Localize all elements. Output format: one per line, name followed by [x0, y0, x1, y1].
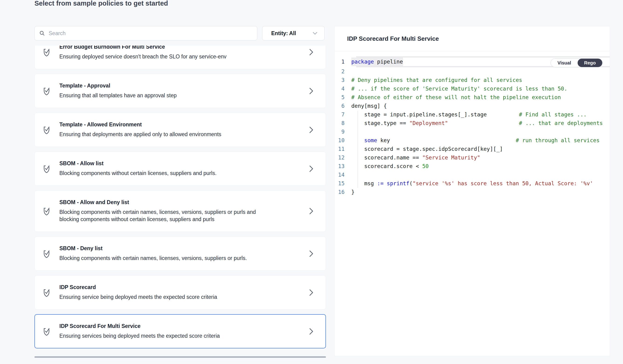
horizontal-scrollbar[interactable] — [34, 356, 326, 358]
line-number: 2 — [334, 67, 351, 76]
chevron-right-icon[interactable] — [309, 126, 313, 133]
policy-description: Ensuring services being deployed meets t… — [59, 332, 264, 340]
policy-description: Blocking components with certain names, … — [59, 209, 264, 223]
policy-description: Blocking components without certain lice… — [59, 170, 264, 177]
policy-card[interactable]: Template - Allowed Environment Ensuring … — [34, 113, 326, 147]
code-line: 6 deny[msg] { — [334, 102, 610, 110]
chevron-down-icon — [313, 32, 317, 35]
policy-shield-icon — [43, 288, 50, 297]
chevron-right-icon[interactable] — [309, 250, 313, 257]
code-line: 3 # Deny pipelines that are configured f… — [334, 76, 610, 85]
line-number: 6 — [334, 102, 351, 110]
line-number: 15 — [334, 179, 351, 188]
line-number: 10 — [334, 136, 351, 145]
policy-shield-icon — [43, 125, 50, 134]
policy-shield-icon — [43, 86, 50, 96]
line-number: 8 — [334, 119, 351, 128]
code-line: 8 stage.type == "Deployment" # ... that … — [334, 119, 610, 128]
policy-shield-icon — [43, 249, 50, 258]
policy-title: SBOM - Allow list — [59, 160, 304, 167]
search-icon — [39, 30, 45, 36]
code-line: 16 } — [334, 188, 610, 196]
search-box[interactable] — [34, 26, 257, 41]
code-line: 9 — [334, 128, 610, 136]
code-line: 15 msg := sprintf("service '%s' has scor… — [334, 179, 610, 188]
policy-shield-icon — [43, 47, 50, 57]
policy-description: Ensuring that all templates have an appr… — [59, 92, 264, 99]
policy-description: Ensuring deployed service doesn't breach… — [59, 53, 264, 60]
code-editor[interactable]: 1 package pipeline 2 3 # Deny pipelines … — [334, 51, 610, 356]
line-number: 14 — [334, 171, 351, 179]
policy-title: Error Budget Burndown For Multi Service — [59, 46, 304, 50]
policy-title: SBOM - Allow and Deny list — [59, 199, 304, 206]
policy-title: IDP Scorecard — [59, 284, 304, 290]
policy-card[interactable]: Error Budget Burndown For Multi Service … — [34, 46, 326, 69]
entity-filter-label: Entity: All — [271, 30, 296, 37]
policy-shield-icon — [43, 327, 50, 336]
code-line: 10 some key # run through all services — [334, 136, 610, 145]
chevron-right-icon[interactable] — [309, 328, 313, 335]
policy-title: IDP Scorecard For Multi Service — [59, 323, 304, 329]
line-number: 5 — [334, 93, 351, 102]
chevron-right-icon[interactable] — [309, 208, 313, 214]
code-line: 14 — [334, 171, 610, 179]
policy-card-selected[interactable]: IDP Scorecard For Multi Service Ensuring… — [34, 314, 326, 348]
code-line: 4 # ... if the score of 'Service Maturit… — [334, 85, 610, 93]
policy-title: Template - Allowed Environment — [59, 122, 304, 128]
indent-guide — [357, 111, 358, 188]
code-line: 11 scorecard = stage.spec.idpScorecard[k… — [334, 145, 610, 153]
policy-description: Blocking components with certain names, … — [59, 255, 264, 262]
line-number: 4 — [334, 85, 351, 93]
policy-shield-icon — [43, 206, 50, 216]
code-line: 12 scorecard.name == "Service Maturity" — [334, 153, 610, 162]
code-line: 13 scorecard.score < 50 — [334, 162, 610, 171]
search-input[interactable] — [49, 30, 252, 37]
panel-header: IDP Scorecard For Multi Service — [334, 26, 610, 51]
policy-card[interactable]: IDP Scorecard Ensuring service being dep… — [34, 275, 326, 310]
panel-title: IDP Scorecard For Multi Service — [347, 35, 439, 42]
policy-card[interactable]: Template - Approval Ensuring that all te… — [34, 74, 326, 108]
policy-shield-icon — [43, 164, 50, 173]
code-line: 7 stage = input.pipeline.stages[_].stage… — [334, 110, 610, 119]
policy-title: Template - Approval — [59, 83, 304, 89]
policy-detail-panel: IDP Scorecard For Multi Service Visual R… — [334, 26, 610, 356]
chevron-right-icon[interactable] — [309, 87, 313, 94]
policy-list: Error Budget Burndown For Multi Service … — [34, 46, 326, 355]
line-number: 16 — [334, 188, 351, 196]
toggle-rego-button[interactable]: Rego — [578, 59, 602, 67]
code-line: 2 — [334, 67, 610, 76]
line-number: 3 — [334, 76, 351, 85]
line-number: 7 — [334, 110, 351, 119]
page-title: Select from sample policies to get start… — [34, 0, 168, 7]
policy-title: SBOM - Deny list — [59, 245, 304, 252]
policy-card[interactable]: SBOM - Allow and Deny list Blocking comp… — [34, 190, 326, 232]
policy-card[interactable]: SBOM - Allow list Blocking components wi… — [34, 151, 326, 186]
chevron-right-icon[interactable] — [309, 289, 313, 296]
entity-filter-dropdown[interactable]: Entity: All — [262, 26, 325, 41]
line-number: 13 — [334, 162, 351, 171]
chevron-right-icon[interactable] — [309, 165, 313, 172]
line-number: 9 — [334, 128, 351, 136]
line-number: 1 — [334, 58, 351, 66]
policy-description: Ensuring service being deployed meets th… — [59, 294, 264, 301]
toggle-visual-button[interactable]: Visual — [551, 59, 578, 67]
code-line: 5 # Absence of either of these will not … — [334, 93, 610, 102]
chevron-right-icon[interactable] — [309, 49, 313, 56]
view-toggle[interactable]: Visual Rego — [551, 58, 602, 67]
policy-card[interactable]: SBOM - Deny list Blocking components wit… — [34, 236, 326, 271]
line-number: 11 — [334, 145, 351, 153]
policy-description: Ensuring that deployments are applied on… — [59, 131, 264, 138]
line-number: 12 — [334, 153, 351, 162]
